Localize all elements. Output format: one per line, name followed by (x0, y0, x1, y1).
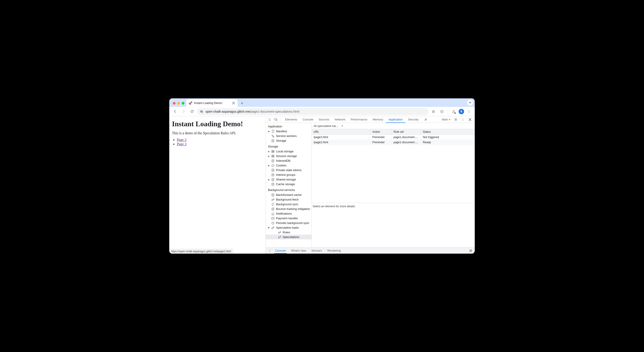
sidebar-item-local-storage[interactable]: ▶Local storage (266, 149, 312, 154)
svg-rect-16 (272, 150, 274, 152)
svg-point-15 (272, 139, 274, 140)
minimize-window-button[interactable] (177, 102, 180, 105)
svg-point-4 (469, 111, 469, 111)
tab-overflow-button[interactable] (467, 100, 473, 105)
sidebar-item-payment-handler[interactable]: ▶Payment handler (266, 216, 312, 221)
sidebar-group-title: Storage (266, 143, 312, 149)
chevron-down-icon: ▼ (342, 125, 344, 127)
zoom-window-button[interactable] (182, 102, 184, 105)
bookmark-button[interactable] (430, 108, 437, 115)
sidebar-item-session-storage[interactable]: ▶Session storage (266, 154, 312, 158)
table-row[interactable]: /page2.htmlPrerenderpage1-document-…Read… (312, 140, 475, 145)
drawer-tab-whatsnew[interactable]: What's new (288, 248, 309, 254)
extensions-button[interactable] (438, 108, 446, 115)
sidebar-item-notifications[interactable]: ▶Notifications (266, 211, 312, 216)
toolbar-separator (448, 109, 448, 113)
sidebar-item-speculations[interactable]: ▶Speculations (266, 235, 312, 239)
drawer-tab-rendering[interactable]: Rendering (325, 248, 344, 254)
reload-button[interactable] (188, 108, 196, 115)
svg-point-24 (272, 169, 274, 170)
sidebar-item-background-fetch[interactable]: ▶Background fetch (266, 197, 312, 202)
profile-avatar[interactable]: B (459, 109, 464, 114)
sidebar-item-interest-groups[interactable]: ▶Interest groups (266, 172, 312, 177)
drawer-tab-sensors[interactable]: Sensors (309, 248, 325, 254)
labs-button[interactable] (450, 108, 457, 115)
drawer-menu-icon[interactable] (267, 248, 272, 253)
devtools-menu-icon[interactable] (460, 117, 466, 122)
tab-application[interactable]: Application (386, 116, 406, 123)
tab-network[interactable]: Network (332, 116, 348, 123)
db-icon (271, 159, 275, 163)
sidebar-item-speculative-loads[interactable]: ▶Speculative loads (266, 225, 312, 230)
sidebar-item-service-workers[interactable]: ▶Service workers (266, 134, 312, 138)
sidebar-item-label: Background fetch (276, 198, 298, 201)
sidebar-item-background-sync[interactable]: ▶Background sync (266, 202, 312, 207)
db-icon (271, 139, 275, 143)
target-dropdown-label: Main (442, 118, 448, 121)
svg-rect-17 (272, 155, 274, 157)
sidebar-item-cookies[interactable]: ▶Cookies (266, 163, 312, 168)
sidebar-item-label: Cache storage (276, 182, 295, 186)
sidebar-item-indexeddb[interactable]: ▶IndexedDB (266, 158, 312, 163)
svg-point-10 (463, 118, 463, 119)
sidebar-group-title: Application (266, 123, 312, 129)
col-ruleset[interactable]: Rule set (392, 129, 421, 135)
site-controls-icon[interactable] (200, 110, 203, 113)
close-window-button[interactable] (173, 102, 176, 105)
chrome-menu-button[interactable] (465, 108, 472, 115)
cell-action: Prerender (370, 140, 392, 145)
db-icon (271, 178, 275, 181)
sidebar-item-storage[interactable]: ▶Storage (266, 138, 312, 143)
sync2-icon (271, 203, 275, 206)
sidebar-item-manifest[interactable]: ▶Manifest (266, 129, 312, 134)
tab-overflow-icon[interactable] (421, 116, 430, 123)
url-bar[interactable]: open-chalk-asparagus.glitch.me/page1-doc… (197, 108, 428, 115)
inspect-element-icon[interactable] (266, 117, 272, 122)
tab-console[interactable]: Console (300, 116, 316, 123)
devtools-settings-icon[interactable] (453, 117, 459, 122)
sidebar-item-periodic-background-sync[interactable]: ▶Periodic background sync (266, 221, 312, 225)
col-url[interactable]: URL (312, 129, 370, 135)
tab-elements[interactable]: Elements (282, 116, 300, 123)
close-tab-button[interactable] (232, 101, 235, 105)
cell-status: Ready (421, 140, 475, 145)
tab-sources[interactable]: Sources (316, 116, 332, 123)
sidebar-item-rules[interactable]: ▶Rules (266, 230, 312, 235)
sidebar-item-label: Private state tokens (276, 168, 302, 172)
nav-forward-button[interactable] (180, 108, 187, 115)
sidebar-item-bounce-tracking-mitigation[interactable]: ▶Bounce tracking mitigation (266, 207, 312, 211)
device-toolbar-icon[interactable] (273, 117, 279, 122)
sidebar-item-label: Session storage (276, 154, 297, 158)
target-dropdown[interactable]: Main ▼ (441, 118, 452, 121)
sidebar-item-cache-storage[interactable]: ▶Cache storage (266, 182, 312, 186)
page-link-3[interactable]: Page 3 (177, 142, 186, 146)
browser-tab-active[interactable]: 🚀 Instant Loading Demo! (186, 99, 238, 107)
sync-icon (271, 226, 275, 230)
svg-point-12 (463, 120, 463, 121)
gears-icon (271, 134, 275, 138)
sidebar-item-label: Bounce tracking mitigation (276, 207, 310, 211)
tab-memory[interactable]: Memory (370, 116, 386, 123)
sidebar-item-private-state-tokens[interactable]: ▶Private state tokens (266, 168, 312, 172)
sidebar-item-label: Notifications (276, 212, 292, 215)
col-action[interactable]: Action (370, 129, 392, 135)
browser-toolbar: open-chalk-asparagus.glitch.me/page1-doc… (169, 107, 475, 116)
table-row[interactable]: /page3.htmlPrerenderpage1-document-…Not … (312, 135, 475, 140)
svg-point-13 (272, 135, 273, 136)
cell-url: /page3.html (312, 135, 370, 140)
new-tab-button[interactable]: ＋ (239, 100, 245, 106)
drawer-close-icon[interactable] (468, 248, 474, 253)
col-status[interactable]: Status (421, 129, 475, 135)
db-icon (271, 193, 275, 197)
devtools-close-icon[interactable] (467, 117, 473, 122)
svg-point-14 (273, 136, 274, 137)
svg-point-3 (469, 110, 469, 111)
speculation-filter-dropdown[interactable]: All speculative loa… ▼ (314, 124, 343, 128)
sidebar-item-shared-storage[interactable]: ▶Shared storage (266, 177, 312, 182)
page-link-2[interactable]: Page 2 (177, 138, 186, 142)
tab-security[interactable]: Security (405, 116, 421, 123)
tab-performance[interactable]: Performance (348, 116, 370, 123)
drawer-tab-console[interactable]: Console (272, 248, 288, 254)
sidebar-item-back-forward-cache[interactable]: ▶Back/forward cache (266, 193, 312, 197)
nav-back-button[interactable] (172, 108, 179, 115)
